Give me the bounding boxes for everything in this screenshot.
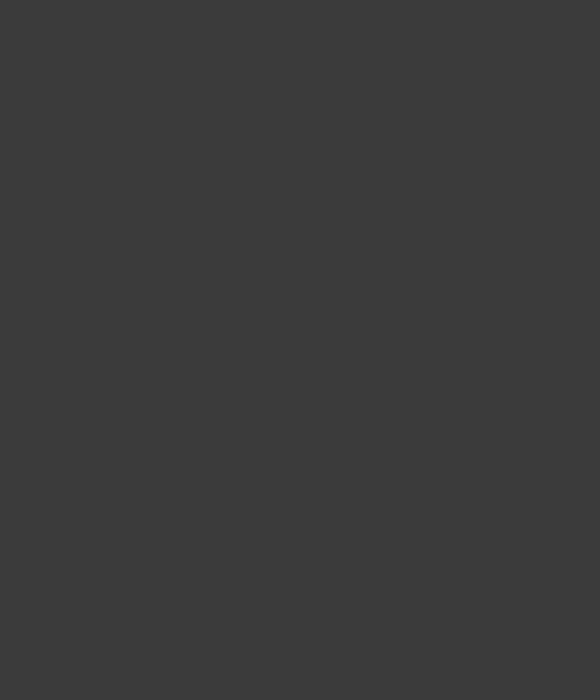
viewport-canvas[interactable] (0, 0, 588, 700)
3d-viewport[interactable] (0, 0, 588, 700)
